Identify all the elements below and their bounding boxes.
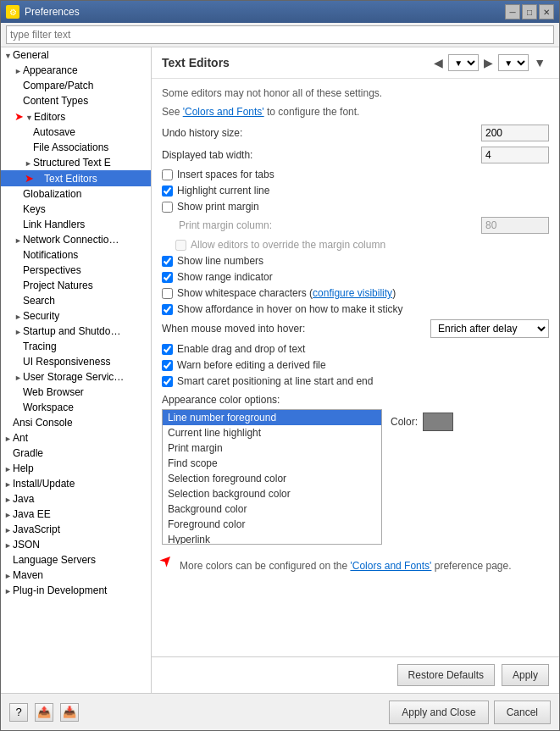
sidebar-item-network-connections[interactable]: Network Connectio… (1, 232, 151, 247)
sidebar-item-link-handlers[interactable]: Link Handlers (1, 217, 151, 232)
insert-spaces-label[interactable]: Insert spaces for tabs (177, 169, 274, 180)
forward-button[interactable]: ▶ (480, 54, 496, 71)
sidebar-item-json[interactable]: JSON (1, 537, 151, 552)
cancel-button[interactable]: Cancel (494, 701, 551, 724)
whitespace-checkbox[interactable] (162, 288, 173, 299)
whitespace-row: Show whitespace characters (configure vi… (162, 287, 549, 299)
print-margin-label[interactable]: Show print margin (177, 201, 259, 213)
content-header: Text Editors ◀ ▼ ▶ ▼ ▼ (152, 47, 559, 79)
mouse-hover-select[interactable]: Enrich after delay Enrich immediately Ne… (430, 319, 549, 338)
allow-override-checkbox[interactable] (175, 240, 186, 251)
sidebar-item-java-ee[interactable]: Java EE (1, 507, 151, 522)
range-indicator-label[interactable]: Show range indicator (177, 271, 273, 283)
sidebar-item-ant[interactable]: Ant (1, 430, 151, 446)
info-suffix: to configure the font. (264, 106, 360, 118)
sidebar-item-structured-text[interactable]: Structured Text E (1, 155, 151, 170)
sidebar-item-ansi-console[interactable]: Ansi Console (1, 415, 151, 430)
sidebar-item-java[interactable]: Java (1, 491, 151, 507)
line-numbers-checkbox[interactable] (162, 256, 173, 267)
colors-fonts-link-bottom[interactable]: 'Colors and Fonts' (350, 560, 431, 572)
insert-spaces-row: Insert spaces for tabs (162, 169, 549, 180)
warn-derived-checkbox[interactable] (162, 360, 173, 371)
import-icon[interactable]: 📥 (60, 703, 79, 722)
sidebar-item-file-associations[interactable]: File Associations (1, 140, 151, 155)
sidebar-item-appearance[interactable]: Appearance (1, 63, 151, 78)
undo-value-input[interactable] (481, 125, 549, 141)
print-margin-checkbox[interactable] (162, 202, 173, 213)
sidebar-item-web-browser[interactable]: Web Browser (1, 385, 151, 400)
info-prefix: See (162, 106, 183, 118)
smart-caret-checkbox[interactable] (162, 376, 173, 387)
sidebar-item-search[interactable]: Search (1, 293, 151, 308)
nav-history-dropdown[interactable]: ▼ (448, 54, 479, 71)
sidebar-item-tracing[interactable]: Tracing (1, 339, 151, 354)
insert-spaces-checkbox[interactable] (162, 169, 173, 180)
sidebar-item-perspectives[interactable]: Perspectives (1, 263, 151, 278)
sidebar-item-plugin-development[interactable]: Plug-in Development (1, 583, 151, 598)
highlight-label[interactable]: Highlight current line (177, 185, 269, 197)
allow-override-label[interactable]: Allow editors to override the margin col… (191, 239, 385, 251)
sidebar-item-ui-responsiveness[interactable]: UI Responsiveness (1, 354, 151, 369)
minimize-button[interactable]: ─ (505, 4, 520, 19)
sidebar-item-globalization[interactable]: Globalization (1, 186, 151, 202)
line-numbers-label[interactable]: Show line numbers (177, 255, 263, 267)
highlight-checkbox[interactable] (162, 186, 173, 197)
print-margin-column-input[interactable] (481, 217, 549, 234)
color-item-line-number-fg[interactable]: Line number foreground (163, 410, 381, 425)
back-button[interactable]: ◀ (430, 54, 446, 71)
range-indicator-checkbox[interactable] (162, 272, 173, 283)
export-icon[interactable]: 📤 (35, 703, 53, 722)
color-item-hyperlink[interactable]: Hyperlink (163, 532, 381, 545)
sidebar-item-javascript[interactable]: JavaScript (1, 522, 151, 537)
sidebar-item-notifications[interactable]: Notifications (1, 247, 151, 263)
warn-derived-label[interactable]: Warn before editing a derived file (177, 359, 326, 371)
sidebar-item-content-types[interactable]: Content Types (1, 93, 151, 108)
sidebar-item-keys[interactable]: Keys (1, 202, 151, 217)
sidebar-item-compare-patch[interactable]: Compare/Patch (1, 78, 151, 93)
sidebar-item-maven[interactable]: Maven (1, 568, 151, 583)
sidebar-item-general[interactable]: General (1, 47, 151, 63)
sidebar-item-workspace[interactable]: Workspace (1, 400, 151, 415)
color-item-print-margin[interactable]: Print margin (163, 440, 381, 456)
sidebar-item-security[interactable]: Security (1, 308, 151, 324)
color-item-foreground[interactable]: Foreground color (163, 517, 381, 532)
sidebar-item-install-update[interactable]: Install/Update (1, 476, 151, 491)
sidebar-item-editors[interactable]: ➤Editors (1, 108, 151, 125)
sidebar-item-autosave[interactable]: Autosave (1, 125, 151, 140)
sidebar-item-text-editors[interactable]: ➤Text Editors (1, 170, 151, 186)
affordance-checkbox[interactable] (162, 304, 173, 315)
tab-value-input[interactable] (481, 147, 549, 163)
configure-visibility-link[interactable]: configure visibility (313, 287, 392, 299)
color-item-selection-bg[interactable]: Selection background color (163, 486, 381, 501)
filter-input[interactable] (6, 25, 554, 44)
color-item-background[interactable]: Background color (163, 501, 381, 517)
expand-arrow (14, 236, 23, 245)
color-item-find-scope[interactable]: Find scope (163, 456, 381, 471)
color-item-current-line[interactable]: Current line highlight (163, 425, 381, 440)
color-item-selection-fg[interactable]: Selection foreground color (163, 471, 381, 486)
content-footer: Restore Defaults Apply (152, 656, 559, 693)
sidebar-item-project-natures[interactable]: Project Natures (1, 278, 151, 293)
help-icon[interactable]: ? (9, 703, 28, 722)
restore-defaults-button[interactable]: Restore Defaults (397, 664, 495, 686)
close-button[interactable]: ✕ (539, 4, 554, 19)
color-picker-area: Color: (391, 409, 453, 431)
drag-drop-label[interactable]: Enable drag and drop of text (177, 343, 305, 355)
expand-arrow (14, 67, 23, 75)
sidebar-item-language-servers[interactable]: Language Servers (1, 552, 151, 568)
smart-caret-label[interactable]: Smart caret positioning at line start an… (177, 375, 373, 387)
apply-and-close-button[interactable]: Apply and Close (389, 701, 488, 724)
nav-forward-dropdown[interactable]: ▼ (498, 54, 529, 71)
color-swatch[interactable] (423, 413, 453, 431)
affordance-label[interactable]: Show affordance in hover on how to make … (177, 303, 403, 315)
page-title: Text Editors (162, 56, 230, 69)
menu-button[interactable]: ▼ (530, 54, 549, 71)
colors-fonts-link-top[interactable]: 'Colors and Fonts' (183, 106, 264, 118)
sidebar-item-user-storage[interactable]: User Storage Servic… (1, 369, 151, 385)
sidebar-item-help[interactable]: Help (1, 461, 151, 476)
apply-button[interactable]: Apply (502, 664, 549, 686)
sidebar-item-startup-shutdown[interactable]: Startup and Shutdo… (1, 324, 151, 339)
drag-drop-checkbox[interactable] (162, 344, 173, 355)
sidebar-item-gradle[interactable]: Gradle (1, 446, 151, 461)
maximize-button[interactable]: □ (522, 4, 537, 19)
